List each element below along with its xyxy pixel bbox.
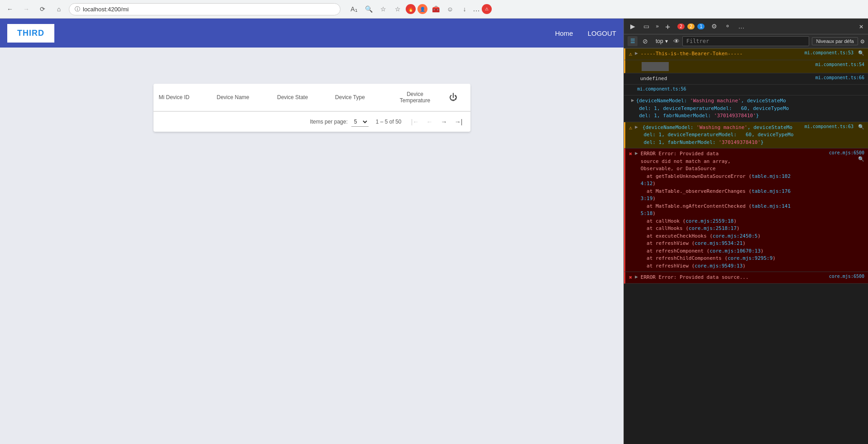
- app-body: Mi Device ID Device Name Device State De…: [0, 48, 623, 444]
- info-count-badge: 1: [697, 24, 705, 29]
- console-text-5: {deviceNameModel: 'Washing machine', dev…: [641, 124, 802, 147]
- app-header: THIRD Home LOGOUT: [0, 19, 623, 48]
- context-dropdown-arrow: ▾: [665, 38, 668, 44]
- console-filter-input[interactable]: [682, 36, 810, 46]
- reader-mode-button[interactable]: A₁: [348, 3, 360, 15]
- console-text-1: -----This-is-the-Bearer-Token-----: [641, 50, 802, 58]
- page-info: 1 – 5 of 50: [376, 119, 402, 125]
- console-source-6[interactable]: core.mjs:6500: [829, 150, 864, 155]
- browser-menu-button[interactable]: …: [473, 5, 480, 13]
- console-entry-1: ⚠ ▶ -----This-is-the-Bearer-Token----- m…: [624, 48, 868, 60]
- browser-toolbar: ← → ⟳ ⌂ ⓘ localhost:4200/mi A₁ 🔍 ☆ ☆ 🔥 👤…: [0, 0, 868, 18]
- console-entry-6: ✖ ▶ ERROR Error: Provided data source di…: [624, 148, 868, 272]
- levels-button[interactable]: Niveaux par défa: [812, 37, 858, 45]
- home-button[interactable]: ⌂: [53, 3, 65, 15]
- expand-7[interactable]: ▶: [635, 274, 638, 280]
- expand-5[interactable]: ▶: [635, 124, 638, 130]
- console-settings-icon[interactable]: ⚙: [861, 38, 864, 45]
- console-entry-2: mi.component.ts:54: [624, 60, 868, 73]
- console-clear-button[interactable]: ⊘: [640, 36, 650, 46]
- error-badge: ⚠: [482, 4, 492, 14]
- link-core9295[interactable]: core.mjs:9295:9: [728, 255, 772, 261]
- url-text: localhost:4200/mi: [83, 6, 129, 13]
- address-bar: ⓘ localhost:4200/mi: [69, 3, 340, 15]
- console-source-2[interactable]: mi.component.ts:54: [815, 62, 864, 67]
- expand-4[interactable]: ▶: [631, 97, 634, 120]
- main-layout: THIRD Home LOGOUT Mi Device ID Device Na…: [0, 19, 868, 444]
- back-button[interactable]: ←: [4, 3, 16, 15]
- device-table: Mi Device ID Device Name Device State De…: [153, 84, 470, 111]
- devtools-settings-button[interactable]: ⚙: [708, 20, 720, 32]
- console-source-1[interactable]: mi.component.ts:53: [805, 50, 854, 55]
- link-core2559[interactable]: core.mjs:2559:18: [686, 218, 734, 224]
- page-nav: |← ← → →|: [409, 115, 465, 128]
- col-device-state: Device State: [272, 84, 330, 111]
- expand-1[interactable]: ▶: [635, 50, 638, 56]
- error-count-badge: 2: [677, 24, 685, 29]
- devtools-main-toolbar: ▶ ▭ » + 2 2 1 ⚙ ⚬ … ×: [624, 19, 868, 34]
- icon-3: [628, 76, 638, 82]
- reload-button[interactable]: ⟳: [36, 3, 49, 15]
- devtools-more-button[interactable]: »: [654, 22, 661, 30]
- prev-page-button[interactable]: ←: [423, 115, 436, 128]
- devtools-more-tools-button[interactable]: …: [735, 20, 747, 32]
- console-output: ⚠ ▶ -----This-is-the-Bearer-Token----- m…: [624, 48, 868, 444]
- devtools-device-button[interactable]: ▭: [640, 20, 652, 32]
- paginator: Items per page: 5 10 25 50 1 – 5 of 50 |…: [153, 111, 470, 132]
- error-icon-6: ✖: [629, 151, 632, 157]
- immersive-reader-button[interactable]: 🔍: [362, 3, 375, 15]
- search-icon-6[interactable]: 🔍: [858, 156, 864, 162]
- col-device-name: Device Name: [211, 84, 272, 111]
- power-button[interactable]: ⏻: [449, 93, 457, 102]
- context-dropdown[interactable]: top ▾: [653, 37, 671, 45]
- eye-icon[interactable]: 👁: [673, 38, 680, 45]
- forward-button[interactable]: →: [20, 3, 33, 15]
- items-per-page-select[interactable]: 5 10 25 50: [351, 117, 369, 127]
- link-table1415[interactable]: table.mjs:141 5:18: [641, 203, 791, 217]
- favorites-button[interactable]: ☆: [391, 3, 404, 15]
- search-icon-5[interactable]: 🔍: [858, 124, 864, 130]
- extensions-button[interactable]: 🧰: [429, 3, 442, 15]
- devtools-add-button[interactable]: +: [662, 21, 673, 32]
- last-page-button[interactable]: →|: [452, 115, 465, 128]
- console-toolbar: ☰ ⊘ top ▾ 👁 Niveaux par défa ⚙: [624, 34, 868, 48]
- link-table1763[interactable]: table.mjs:176 3:19: [641, 188, 791, 202]
- devtools-close-button[interactable]: ×: [857, 21, 865, 32]
- search-icon-1[interactable]: 🔍: [858, 50, 864, 56]
- link-core2518[interactable]: core.mjs:2518:17: [689, 225, 737, 231]
- console-source-5[interactable]: mi.component.ts:63: [805, 124, 854, 129]
- col-device-temperature: DeviceTemperature: [386, 84, 444, 111]
- nav-logout[interactable]: LOGOUT: [588, 29, 616, 37]
- device-table-card: Mi Device ID Device Name Device State De…: [153, 84, 470, 132]
- console-source-mi56[interactable]: mi.component.ts:56: [637, 86, 686, 91]
- link-core2450[interactable]: core.mjs:2450:5: [713, 233, 758, 239]
- console-source-3[interactable]: mi.component.ts:66: [815, 75, 864, 80]
- link-table1024[interactable]: table.mjs:102 4:12: [641, 173, 791, 187]
- console-entry-4b: ▶ {deviceNameModel: 'Washing machine', d…: [624, 95, 868, 122]
- link-core10670[interactable]: core.mjs:10670:13: [710, 248, 761, 254]
- console-source-7[interactable]: core.mjs:6500: [829, 274, 864, 279]
- col-actions: ⏻: [444, 84, 470, 111]
- console-entry-3: undefined mi.component.ts:66: [624, 73, 868, 85]
- items-per-page-label: Items per page:: [310, 119, 347, 125]
- next-page-button[interactable]: →: [438, 115, 451, 128]
- download-button[interactable]: ↓: [458, 3, 471, 15]
- devtools-customize-button[interactable]: ⚬: [722, 20, 734, 32]
- app-nav: Home LOGOUT: [555, 29, 616, 37]
- favorites-collection-button[interactable]: ☺: [444, 3, 456, 15]
- extension-multi-icon[interactable]: 👤: [417, 4, 427, 14]
- devtools-inspect-button[interactable]: ▶: [627, 20, 638, 32]
- icon-4: [631, 87, 634, 93]
- context-label: top: [656, 38, 663, 44]
- link-core9534[interactable]: core.mjs:9534:21: [695, 240, 743, 246]
- app-content: THIRD Home LOGOUT Mi Device ID Device Na…: [0, 19, 623, 444]
- warning-count-badge: 2: [687, 24, 695, 29]
- first-page-button[interactable]: |←: [409, 115, 422, 128]
- table-header-row: Mi Device ID Device Name Device State De…: [153, 84, 470, 111]
- nav-home[interactable]: Home: [555, 29, 573, 37]
- expand-6[interactable]: ▶: [635, 150, 638, 156]
- link-core9549[interactable]: core.mjs:9549:13: [695, 263, 743, 269]
- console-drawer-toggle[interactable]: ☰: [628, 36, 638, 46]
- add-to-favorites-button[interactable]: ☆: [377, 3, 389, 15]
- extension-red-icon[interactable]: 🔥: [406, 4, 416, 14]
